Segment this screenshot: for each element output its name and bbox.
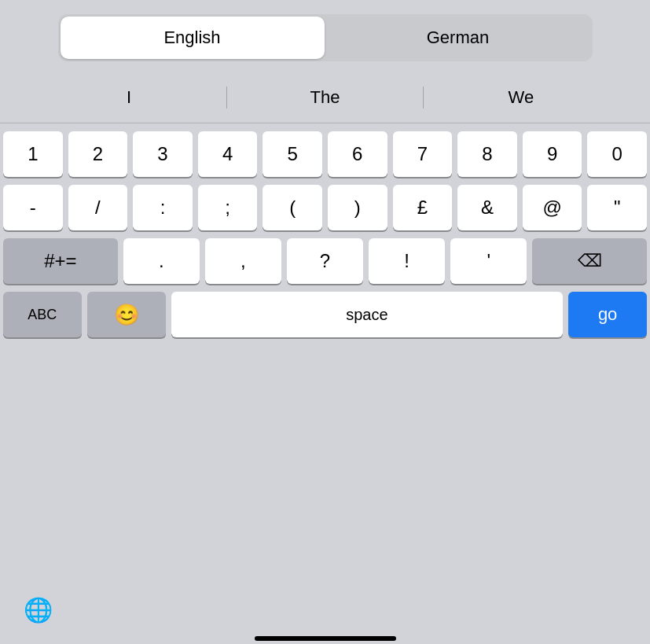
german-tab[interactable]: German [326, 17, 590, 59]
number-row: 1 2 3 4 5 6 7 8 9 0 [3, 131, 647, 177]
key-2[interactable]: 2 [68, 131, 128, 177]
key-quote[interactable]: " [587, 185, 647, 230]
key-6[interactable]: 6 [328, 131, 387, 177]
bottom-row: ABC 😊 space go [3, 292, 647, 337]
key-pound[interactable]: £ [393, 185, 453, 230]
key-slash[interactable]: / [68, 185, 128, 230]
emoji-key[interactable]: 😊 [87, 292, 166, 337]
go-key[interactable]: go [568, 292, 647, 337]
punctuation-row: #+= . , ? ! ' ⌫ [3, 238, 647, 284]
key-semicolon[interactable]: ; [198, 185, 258, 230]
globe-icon: 🌐 [24, 597, 53, 623]
key-5[interactable]: 5 [263, 131, 322, 177]
key-comma[interactable]: , [205, 238, 281, 284]
hash-plus-equals-key[interactable]: #+= [3, 238, 118, 284]
suggestions-bar: I The We [0, 72, 650, 123]
english-tab[interactable]: English [61, 17, 325, 59]
key-3[interactable]: 3 [133, 131, 193, 177]
key-at[interactable]: @ [523, 185, 582, 230]
language-selector: English German [58, 14, 593, 61]
key-question[interactable]: ? [287, 238, 363, 284]
key-apostrophe[interactable]: ' [450, 238, 527, 284]
delete-key[interactable]: ⌫ [532, 238, 647, 284]
key-close-paren[interactable]: ) [328, 185, 387, 230]
suggestion-we[interactable]: We [424, 87, 619, 108]
key-colon[interactable]: : [133, 185, 193, 230]
globe-button[interactable]: 🌐 [24, 596, 53, 624]
key-dash[interactable]: - [3, 185, 63, 230]
home-indicator-area [0, 628, 650, 644]
keyboard: 1 2 3 4 5 6 7 8 9 0 - / : ; ( ) £ & @ " … [0, 123, 650, 590]
key-ampersand[interactable]: & [457, 185, 517, 230]
emoji-icon: 😊 [114, 303, 139, 327]
key-4[interactable]: 4 [198, 131, 258, 177]
symbols-row: - / : ; ( ) £ & @ " [3, 185, 647, 230]
abc-key[interactable]: ABC [3, 292, 82, 337]
key-1[interactable]: 1 [3, 131, 63, 177]
delete-icon: ⌫ [578, 251, 602, 271]
key-exclaim[interactable]: ! [369, 238, 445, 284]
home-indicator [255, 636, 396, 641]
key-8[interactable]: 8 [457, 131, 517, 177]
key-0[interactable]: 0 [587, 131, 647, 177]
suggestion-i[interactable]: I [31, 87, 226, 108]
globe-area: 🌐 [0, 590, 650, 628]
key-7[interactable]: 7 [393, 131, 453, 177]
key-open-paren[interactable]: ( [263, 185, 322, 230]
key-9[interactable]: 9 [523, 131, 582, 177]
key-period[interactable]: . [123, 238, 200, 284]
suggestion-the[interactable]: The [227, 87, 422, 108]
space-key[interactable]: space [171, 292, 564, 337]
